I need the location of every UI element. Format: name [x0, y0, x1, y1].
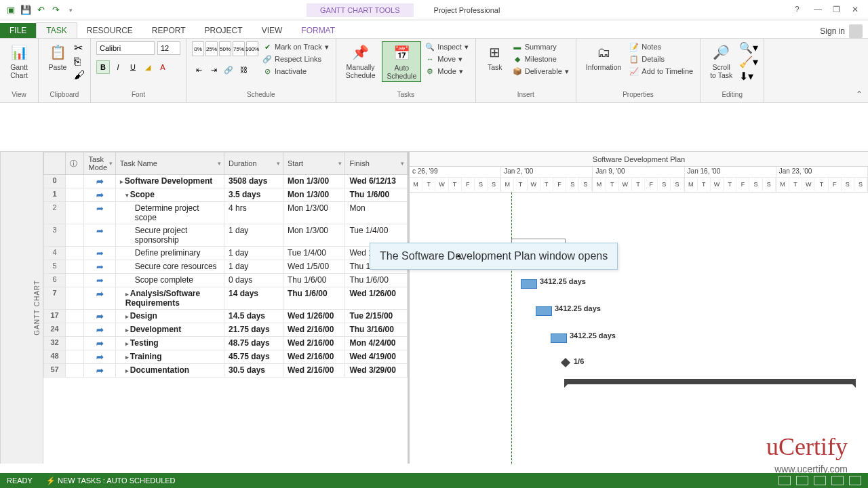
mark-on-track-button[interactable]: ✔Mark on Track ▾: [261, 41, 330, 52]
respect-links-button[interactable]: 🔗Respect Links: [261, 54, 330, 64]
task-name-cell[interactable]: ▸Design: [115, 310, 224, 323]
task-name-cell[interactable]: ▸Testing: [115, 337, 224, 350]
table-row[interactable]: 0➦▸Software Development3508 daysMon 1/3/…: [44, 175, 408, 188]
task-mode-cell[interactable]: ➦: [84, 337, 115, 350]
fill-color-button[interactable]: ◢: [141, 60, 155, 74]
gantt-chart-button[interactable]: 📊 Gantt Chart: [5, 41, 33, 81]
font-size-select[interactable]: [157, 41, 180, 55]
duration-cell[interactable]: 14.5 days: [224, 310, 283, 323]
link-icon[interactable]: 🔗: [222, 63, 235, 77]
information-button[interactable]: 🗂 Information: [582, 41, 626, 73]
pct-100[interactable]: 100%: [246, 41, 258, 56]
finish-cell[interactable]: Wed 3/29/00: [345, 364, 408, 378]
task-name-cell[interactable]: Secure core resources: [115, 260, 224, 274]
format-painter-icon[interactable]: 🖌: [74, 69, 85, 81]
duration-cell[interactable]: 4 hrs: [224, 202, 283, 224]
table-row[interactable]: 57➦▸Documentation30.5 daysWed 2/16/00Wed…: [44, 364, 408, 378]
row-number[interactable]: 2: [44, 202, 66, 224]
start-cell[interactable]: Wed 1/26/00: [283, 310, 345, 323]
task-name-cell[interactable]: ▸Software Development: [115, 175, 224, 188]
task-mode-cell[interactable]: ➦: [84, 247, 115, 260]
info-cell[interactable]: [66, 287, 84, 310]
cut-icon[interactable]: ✂: [74, 41, 85, 54]
summary-button[interactable]: ▬Summary: [511, 41, 570, 52]
finish-cell[interactable]: Thu 1/6/00: [345, 188, 408, 202]
duration-cell[interactable]: 48.75 days: [224, 337, 283, 350]
row-number[interactable]: 48: [44, 350, 66, 364]
duration-cell[interactable]: 1 day: [224, 247, 283, 260]
start-cell[interactable]: Mon 1/3/00: [283, 188, 345, 202]
indent-icon[interactable]: ⇥: [207, 63, 220, 77]
details-button[interactable]: 📋Details: [628, 54, 694, 64]
undo-icon[interactable]: ↶: [35, 5, 46, 16]
task-name-cell[interactable]: Determine project scope: [115, 202, 224, 224]
milestone-6[interactable]: [561, 358, 570, 367]
gantt-bar-task5[interactable]: [551, 333, 567, 343]
col-finish[interactable]: Finish▾: [345, 152, 408, 175]
help-icon[interactable]: ?: [795, 5, 806, 16]
start-cell[interactable]: Mon 1/3/00: [283, 202, 345, 224]
qat-dropdown-icon[interactable]: ▾: [65, 5, 76, 16]
view-gantt-icon[interactable]: [778, 476, 791, 485]
table-row[interactable]: 32➦▸Testing48.75 daysWed 2/16/00Mon 4/24…: [44, 337, 408, 350]
finish-cell[interactable]: Mon 4/24/00: [345, 337, 408, 350]
row-number[interactable]: 1: [44, 188, 66, 202]
col-start[interactable]: Start▾: [283, 152, 345, 175]
inactivate-button[interactable]: ⊘Inactivate: [261, 66, 330, 77]
task-mode-cell[interactable]: ➦: [84, 287, 115, 310]
info-cell[interactable]: [66, 224, 84, 247]
task-mode-cell[interactable]: ➦: [84, 202, 115, 224]
col-rownum[interactable]: [44, 152, 66, 175]
task-mode-cell[interactable]: ➦: [84, 224, 115, 247]
view-team-planner-icon[interactable]: [814, 476, 826, 485]
task-mode-cell[interactable]: ➦: [84, 350, 115, 364]
info-cell[interactable]: [66, 274, 84, 287]
maximize-icon[interactable]: ❐: [833, 5, 844, 16]
duration-cell[interactable]: 0 days: [224, 274, 283, 287]
close-icon[interactable]: ✕: [852, 5, 863, 16]
task-name-cell[interactable]: Scope complete: [115, 274, 224, 287]
table-row[interactable]: 3➦Secure project sponsorship1 dayMon 1/3…: [44, 224, 408, 247]
row-number[interactable]: 24: [44, 323, 66, 337]
tab-view[interactable]: VIEW: [252, 23, 292, 38]
info-cell[interactable]: [66, 323, 84, 337]
finish-cell[interactable]: Mon: [345, 202, 408, 224]
paste-button[interactable]: 📋 Paste: [44, 41, 71, 73]
task-name-cell[interactable]: Define preliminary: [115, 247, 224, 260]
task-mode-cell[interactable]: ➦: [84, 310, 115, 323]
table-row[interactable]: 17➦▸Design14.5 daysWed 1/26/00Tue 2/15/0…: [44, 310, 408, 323]
auto-schedule-button[interactable]: 📅 Auto Schedule: [382, 41, 421, 82]
table-row[interactable]: 1➦▾Scope3.5 daysMon 1/3/00Thu 1/6/00: [44, 188, 408, 202]
start-cell[interactable]: Wed 2/16/00: [283, 337, 345, 350]
row-number[interactable]: 7: [44, 287, 66, 310]
task-mode-cell[interactable]: ➦: [84, 274, 115, 287]
gantt-bar-task4[interactable]: [536, 306, 552, 316]
start-cell[interactable]: Mon 1/3/00: [283, 224, 345, 247]
task-name-cell[interactable]: Secure project sponsorship: [115, 224, 224, 247]
duration-cell[interactable]: 1 day: [224, 260, 283, 274]
start-cell[interactable]: Wed 2/16/00: [283, 350, 345, 364]
row-number[interactable]: 3: [44, 224, 66, 247]
info-cell[interactable]: [66, 247, 84, 260]
move-button[interactable]: ↔Move ▾: [424, 54, 469, 64]
finish-cell[interactable]: Wed 1/26/00: [345, 287, 408, 310]
underline-button[interactable]: U: [126, 60, 140, 74]
info-cell[interactable]: [66, 364, 84, 378]
duration-cell[interactable]: 1 day: [224, 224, 283, 247]
italic-button[interactable]: I: [111, 60, 125, 74]
unlink-icon[interactable]: ⛓: [237, 63, 250, 77]
table-row[interactable]: 4➦Define preliminary1 dayTue 1/4/00Wed 1…: [44, 247, 408, 260]
tab-format[interactable]: FORMAT: [292, 23, 344, 38]
tab-project[interactable]: PROJECT: [195, 23, 252, 38]
task-mode-cell[interactable]: ➦: [84, 364, 115, 378]
pct-75[interactable]: 75%: [233, 41, 245, 56]
duration-cell[interactable]: 3508 days: [224, 175, 283, 188]
bold-button[interactable]: B: [96, 60, 110, 74]
col-task-name[interactable]: Task Name▾: [115, 152, 224, 175]
pct-25[interactable]: 25%: [205, 41, 218, 56]
scroll-to-task-button[interactable]: 🔎 Scroll to Task: [706, 41, 736, 81]
col-info[interactable]: ⓘ: [66, 152, 84, 175]
row-number[interactable]: 32: [44, 337, 66, 350]
table-row[interactable]: 5➦Secure core resources1 dayWed 1/5/00Th…: [44, 260, 408, 274]
table-row[interactable]: 7➦▸Analysis/Software Requirements14 days…: [44, 287, 408, 310]
